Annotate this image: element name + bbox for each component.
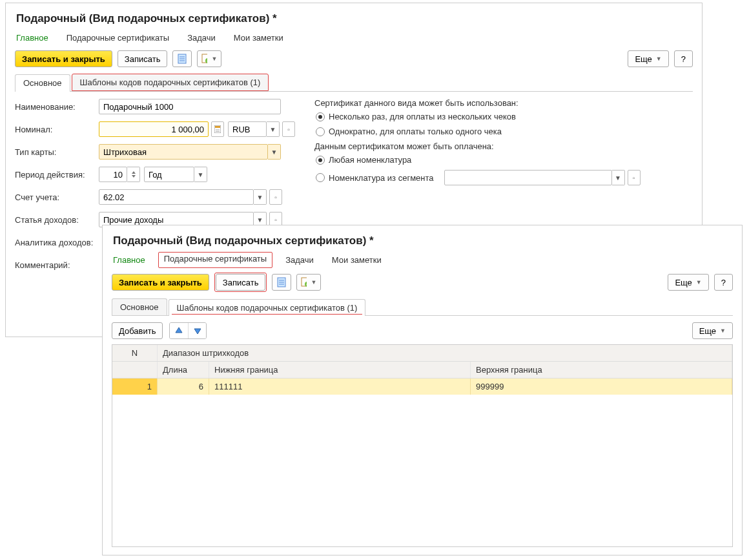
label-period: Период действия: [15,170,99,180]
nav-tab-notes[interactable]: Мои заметки [234,32,283,44]
save-button[interactable]: Записать [118,50,168,67]
radio-icon [316,112,325,121]
table-more-button[interactable]: Еще▼ [692,322,733,339]
col-range: Диапазон штрихкодов [158,345,732,361]
nav-tab-notes[interactable]: Мои заметки [332,254,382,266]
svg-point-13 [217,131,218,132]
chevron-down-icon: ▼ [311,279,316,285]
attach-icon-button[interactable]: + ▼ [197,50,221,67]
nav-tab-main[interactable]: Главное [113,254,145,266]
table-toolbar: Добавить Еще▼ [112,322,733,339]
period-num-input[interactable] [99,167,127,182]
window-templates: Подарочный (Вид подарочных сертификатов)… [102,225,743,555]
period-unit-dropdown[interactable]: ▼ [194,167,207,182]
subtab-basic[interactable]: Основное [112,298,167,315]
move-up-button[interactable] [170,323,188,338]
pay-opt1-row[interactable]: Любая номенклатура [316,155,641,165]
label-card-type: Тип карты: [15,147,99,157]
nominal-input[interactable] [99,121,209,137]
svg-point-10 [217,129,218,130]
label-income-analytics: Аналитика доходов: [15,238,99,247]
label-name: Наименование: [15,102,99,112]
col-n-sub [112,362,158,378]
pay-opt2-row[interactable]: Номенклатура из сегмента ▼ ▫ [316,170,641,185]
segment-dropdown[interactable]: ▼ [612,170,625,185]
grid-empty-area [112,395,732,546]
report-icon-button[interactable] [172,50,192,67]
cell-low: 111111 [209,379,471,395]
toolbar: Записать и закрыть Записать + ▼ Еще▼ ? [15,50,693,67]
pay-opt1-label: Любая номенклатура [329,155,411,165]
svg-marker-15 [132,171,136,174]
svg-marker-25 [194,329,201,334]
chevron-down-icon: ▼ [696,279,702,285]
card-type-dropdown[interactable]: ▼ [268,144,281,160]
subtab-templates[interactable]: Шаблоны кодов подарочных сертификатов (1… [169,299,366,316]
use-opt2-row[interactable]: Однократно, для оплаты только одного чек… [316,127,641,136]
more-button[interactable]: Еще▼ [668,274,708,291]
radio-icon [316,127,325,136]
subtab-basic[interactable]: Основное [15,74,70,92]
segment-open-button[interactable]: ▫ [628,170,641,185]
cell-len: 6 [158,379,209,395]
col-len: Длина [158,362,209,378]
nav-tab-certs[interactable]: Подарочные сертификаты [158,252,272,268]
col-low: Нижняя граница [209,362,471,378]
chevron-down-icon: ▼ [720,327,726,334]
use-opt2-label: Однократно, для оплаты только одного чек… [329,127,502,136]
chevron-down-icon: ▼ [211,56,217,62]
account-dropdown[interactable]: ▼ [254,189,267,205]
cell-high: 999999 [471,379,732,395]
table-row[interactable]: 1 6 111111 999999 [112,379,732,395]
svg-text:+: + [306,282,307,287]
col-high: Верхняя граница [471,362,732,378]
period-unit-input[interactable] [144,167,194,182]
add-button[interactable]: Добавить [112,322,163,339]
svg-marker-16 [132,175,136,178]
currency-dropdown[interactable]: ▼ [267,121,280,137]
toolbar: Записать и закрыть Записать + ▼ Еще▼ ? [112,273,733,292]
radio-icon [316,173,325,182]
pay-caption: Данным сертификатом может быть оплачена: [314,141,641,151]
save-button[interactable]: Записать [216,274,266,291]
currency-input[interactable] [228,121,267,137]
window-title: Подарочный (Вид подарочных сертификатов)… [113,234,733,247]
account-input[interactable] [99,189,254,205]
label-comment: Комментарий: [15,260,99,270]
more-button[interactable]: Еще▼ [628,50,668,67]
nav-tab-tasks[interactable]: Задачи [187,32,216,44]
col-n: N [112,345,158,361]
move-down-button[interactable] [188,323,206,338]
nav-tab-certs[interactable]: Подарочные сертификаты [67,32,169,44]
save-and-close-button[interactable]: Записать и закрыть [112,274,209,291]
use-opt1-row[interactable]: Несколько раз, для оплаты из нескольких … [316,112,641,121]
report-icon-button[interactable] [272,274,291,291]
label-income-item: Статья доходов: [15,215,99,225]
help-button[interactable]: ? [674,50,693,67]
account-open-button[interactable]: ▫ [269,189,282,205]
nav-tab-main[interactable]: Главное [16,32,48,44]
use-caption: Сертификат данного вида может быть испол… [314,98,641,108]
svg-marker-24 [176,327,182,333]
nav-tabs: Главное Подарочные сертификаты Задачи Мо… [112,254,733,266]
card-type-input[interactable] [99,144,268,160]
subtab-templates[interactable]: Шаблоны кодов подарочных сертификатов (1… [72,74,269,91]
pay-opt2-label: Номенклатура из сегмента [329,173,434,183]
subtabs: Основное Шаблоны кодов подарочных сертиф… [112,298,733,316]
radio-icon [316,156,325,165]
svg-rect-8 [215,126,220,128]
segment-input[interactable] [444,170,612,185]
period-spinner[interactable] [127,167,140,182]
help-button[interactable]: ? [714,274,733,291]
svg-text:+: + [207,59,207,63]
barcode-grid: N Диапазон штрихкодов Длина Нижняя грани… [112,344,733,547]
attach-icon-button[interactable]: + ▼ [296,274,321,291]
svg-point-11 [218,129,219,130]
calculator-icon[interactable] [211,121,224,137]
nav-tab-tasks[interactable]: Задачи [285,254,314,266]
more-label: Еще [675,278,692,287]
currency-open-button[interactable]: ▫ [282,121,295,137]
name-input[interactable] [99,99,281,114]
nav-tabs: Главное Подарочные сертификаты Задачи Мо… [15,32,693,44]
save-and-close-button[interactable]: Записать и закрыть [15,50,112,67]
